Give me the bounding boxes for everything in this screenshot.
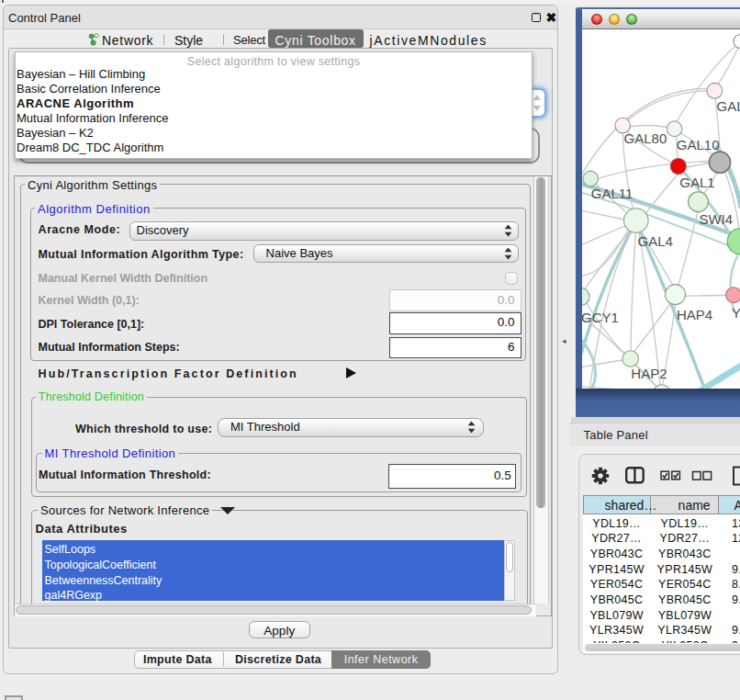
svg-text:GAL80: GAL80	[624, 130, 667, 145]
svg-text:GAL10: GAL10	[677, 136, 720, 152]
svg-text:YJ: YJ	[732, 305, 740, 321]
svg-text:SWI4: SWI4	[699, 211, 733, 227]
svg-text:GCY1: GCY1	[582, 309, 619, 324]
svg-text:GAL11: GAL11	[591, 185, 633, 200]
svg-text:GAL2: GAL2	[717, 98, 740, 114]
svg-text:HAP2: HAP2	[631, 366, 667, 381]
svg-text:GAL4: GAL4	[638, 233, 673, 249]
svg-text:GAL1: GAL1	[679, 175, 714, 190]
svg-text:HAP4: HAP4	[677, 306, 712, 322]
